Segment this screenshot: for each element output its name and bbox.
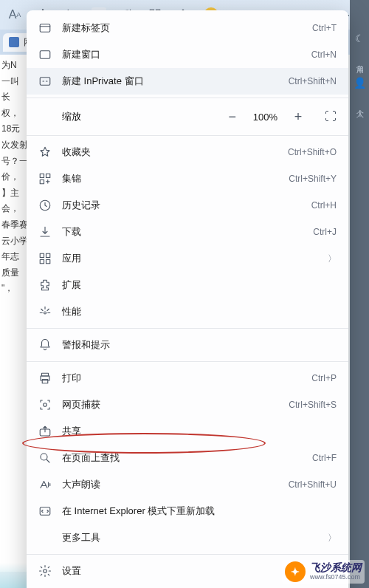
svg-rect-12 (40, 260, 44, 264)
menu-item-16[interactable]: 打印Ctrl+P (27, 365, 348, 392)
menu-item-2[interactable]: 新建 InPrivate 窗口Ctrl+Shift+N (27, 68, 348, 95)
menu-item-label: 更多工具 (62, 531, 322, 544)
menu-item-1[interactable]: 新建窗口Ctrl+N (27, 41, 348, 68)
menu-item-11[interactable]: 扩展 (27, 272, 348, 298)
fullscreen-icon[interactable]: ⛶ (325, 110, 337, 123)
menu-item-14[interactable]: 警报和提示 (27, 332, 348, 358)
menu-shortcut: Ctrl+P (311, 373, 337, 383)
menu-item-label: 大声朗读 (62, 478, 289, 491)
svg-point-18 (44, 403, 47, 407)
menu-item-label: 警报和提示 (62, 338, 337, 352)
zoom-value: 100% (253, 112, 277, 123)
menu-separator (27, 554, 348, 555)
chevron-right-icon: 〉 (328, 253, 337, 265)
new-window-icon (38, 48, 52, 61)
downloads-icon (38, 225, 52, 239)
menu-item-0[interactable]: 新建标签页Ctrl+T (27, 15, 348, 41)
watermark-title: 飞沙系统网 (310, 562, 362, 573)
menu-item-9[interactable]: 下载Ctrl+J (27, 219, 348, 245)
menu-item-7[interactable]: 集锦Ctrl+Shift+Y (27, 165, 348, 192)
history-icon (38, 199, 52, 212)
svg-point-14 (44, 312, 46, 314)
svg-point-20 (41, 454, 47, 460)
menu-item-label: 在页面上查找 (62, 451, 312, 465)
zoom-out-button[interactable]: − (225, 109, 240, 125)
menu-item-label: 新建 InPrivate 窗口 (62, 75, 289, 88)
menu-separator (27, 98, 348, 98)
watermark: ✦ 飞沙系统网 www.fs0745.com (282, 560, 365, 584)
menu-item-label: 集锦 (62, 172, 289, 185)
svg-point-22 (44, 570, 47, 573)
menu-shortcut: Ctrl+J (313, 227, 337, 237)
extensions-icon (38, 278, 52, 292)
menu-shortcut: Ctrl+H (311, 200, 337, 211)
person-icon[interactable]: 👤 (354, 77, 366, 89)
menu-item-label: 新建标签页 (62, 21, 312, 35)
apps-icon (38, 252, 52, 265)
inprivate-icon (38, 75, 52, 88)
menu-item-18[interactable]: 共享 (27, 418, 348, 445)
menu-shortcut: Ctrl+Shift+Y (289, 174, 337, 184)
new-tab-icon (38, 21, 52, 35)
menu-shortcut: Ctrl+Shift+O (288, 147, 337, 157)
share-icon (38, 425, 52, 438)
zoom-in-button[interactable]: + (291, 109, 306, 125)
svg-rect-13 (46, 260, 50, 264)
menu-item-25[interactable]: 帮助和反馈〉 (27, 584, 348, 588)
menu-item-label: 打印 (62, 372, 311, 385)
menu-item-label: 新建窗口 (62, 48, 311, 61)
menu-item-22[interactable]: 更多工具〉 (27, 524, 348, 551)
svg-rect-5 (40, 78, 50, 86)
find-icon (38, 451, 52, 465)
read-aloud-icon (38, 478, 52, 491)
menu-shortcut: Ctrl+N (311, 49, 337, 60)
menu-item-12[interactable]: 性能 (27, 298, 348, 325)
menu-shortcut: Ctrl+Shift+N (289, 76, 337, 86)
zoom-row: 缩放−100%+⛶ (27, 101, 348, 132)
menu-item-label: 共享 (62, 425, 337, 438)
menu-separator (27, 135, 348, 136)
svg-rect-10 (40, 253, 44, 257)
right-sidebar: ☾ 常用 👤 个人 (350, 0, 369, 588)
page-content-bg: 为N一叫长权，18元次发射号？一价，】主会，春季赛云小学年志质量"， (0, 55, 27, 572)
alerts-icon (38, 338, 52, 352)
menu-item-17[interactable]: 网页捕获Ctrl+Shift+S (27, 392, 348, 418)
menu-item-label: 下载 (62, 225, 313, 239)
menu-separator (27, 361, 348, 362)
watermark-url: www.fs0745.com (310, 574, 362, 581)
chevron-right-icon: 〉 (328, 532, 337, 544)
favorites-icon (38, 146, 52, 159)
sidebar-item-common[interactable]: 常用 (354, 59, 365, 62)
menu-item-label: 收藏夹 (62, 146, 288, 159)
svg-rect-11 (46, 253, 50, 257)
watermark-logo-icon: ✦ (285, 561, 306, 582)
menu-item-20[interactable]: 大声朗读Ctrl+Shift+U (27, 471, 348, 498)
ie-mode-icon (38, 505, 52, 518)
settings-menu: 新建标签页Ctrl+T新建窗口Ctrl+N新建 InPrivate 窗口Ctrl… (27, 10, 348, 588)
menu-shortcut: Ctrl+T (312, 23, 337, 33)
zoom-label: 缩放 (62, 110, 225, 123)
svg-rect-8 (40, 180, 44, 184)
sidebar-item-personal[interactable]: 个人 (354, 103, 365, 106)
menu-item-21[interactable]: 在 Internet Explorer 模式下重新加载 (27, 498, 348, 524)
menu-item-6[interactable]: 收藏夹Ctrl+Shift+O (27, 139, 348, 165)
menu-item-label: 应用 (62, 252, 322, 265)
menu-shortcut: Ctrl+Shift+S (289, 400, 337, 410)
menu-item-label: 网页捕获 (62, 398, 289, 411)
performance-icon (38, 305, 52, 318)
svg-rect-6 (40, 174, 44, 177)
menu-shortcut: Ctrl+Shift+U (289, 479, 337, 490)
moon-icon[interactable]: ☾ (355, 33, 365, 44)
svg-rect-4 (40, 51, 50, 59)
text-size-icon[interactable]: AA (7, 7, 22, 22)
menu-item-8[interactable]: 历史记录Ctrl+H (27, 192, 348, 219)
menu-item-19[interactable]: 在页面上查找Ctrl+F (27, 445, 348, 471)
menu-item-label: 性能 (62, 305, 337, 318)
tab-favicon-icon (9, 37, 19, 47)
collections-icon (38, 172, 52, 185)
capture-icon (38, 398, 52, 411)
menu-separator (27, 328, 348, 329)
menu-item-label: 扩展 (62, 278, 337, 292)
svg-rect-3 (40, 24, 50, 33)
menu-item-10[interactable]: 应用〉 (27, 245, 348, 272)
